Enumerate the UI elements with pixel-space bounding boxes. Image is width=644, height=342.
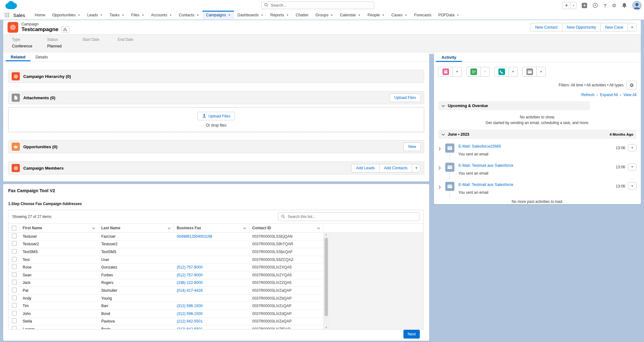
opportunities-section[interactable]: Opportunities (0) New — [8, 140, 424, 153]
chevron-down-icon[interactable]: ▼ — [382, 14, 385, 17]
view-campaign-hierarchy-button[interactable] — [61, 26, 69, 33]
table-row[interactable]: Pat Stumuller (014) 427-4428 0037R00003L… — [8, 287, 323, 295]
log-a-call-button[interactable] — [494, 67, 509, 77]
column-header-first-name[interactable]: First Name — [20, 224, 98, 232]
record-action-button[interactable]: New Case — [600, 23, 628, 31]
campaign-members-dropdown-button[interactable]: ▼ — [412, 164, 421, 172]
row-checkbox[interactable] — [12, 241, 17, 246]
record-tab[interactable]: Related — [6, 52, 31, 61]
notifications-bell-icon[interactable] — [622, 3, 627, 8]
table-row[interactable]: John Bond (312) 596-1500 0037R00003LiVZd… — [8, 310, 323, 318]
table-row[interactable]: Test User 0037R00003LS9ZCQAZ — [8, 256, 323, 264]
chevron-down-icon[interactable]: ▼ — [228, 14, 230, 17]
expand-chevron-icon[interactable] — [438, 146, 443, 152]
chevron-down-icon[interactable]: ▼ — [405, 14, 407, 17]
list-search-input[interactable] — [287, 214, 416, 219]
cell-business-fax[interactable]: (312) 596-1500 — [174, 304, 249, 308]
chevron-down-icon[interactable]: ▼ — [122, 14, 124, 17]
cell-business-fax[interactable]: (512) 757-9000 — [174, 273, 249, 277]
row-checkbox[interactable] — [12, 303, 17, 308]
app-launcher-icon[interactable] — [4, 11, 9, 19]
table-row[interactable]: Rose Gonzalez (512) 757-9000 0037R00003L… — [8, 263, 323, 271]
favorites-dropdown-icon[interactable]: ▼ — [571, 4, 576, 7]
chevron-down-icon[interactable]: ▼ — [358, 14, 361, 17]
guidance-center-icon[interactable] — [592, 3, 598, 8]
campaign-members-section[interactable]: Campaign Members Add Leads Add Contacts … — [8, 161, 424, 175]
chevron-down-icon[interactable] — [441, 132, 445, 137]
row-checkbox[interactable] — [12, 272, 17, 277]
more-actions-dropdown-button[interactable]: ▼ — [628, 23, 636, 31]
new-event-button[interactable] — [438, 67, 453, 77]
nav-tab[interactable]: Accounts ▼ — [147, 11, 175, 19]
table-row[interactable]: Tim Barr (312) 596-1500 0037R00003LiVZcQ… — [8, 302, 323, 310]
global-actions-plus-icon[interactable]: + — [582, 3, 587, 8]
user-avatar[interactable] — [632, 1, 641, 10]
chevron-down-icon[interactable]: ▼ — [197, 14, 199, 17]
table-row[interactable]: Stella Pavlova (212) 842-5501 0037R00003… — [8, 318, 323, 326]
upload-files-button[interactable]: Upload Files — [390, 94, 421, 102]
column-header-last-name[interactable]: Last Name — [98, 224, 174, 232]
chevron-down-icon[interactable] — [92, 226, 95, 230]
nav-tab[interactable]: Leads ▼ — [84, 11, 106, 19]
new-task-button[interactable] — [466, 67, 481, 77]
add-leads-button[interactable]: Add Leads — [351, 164, 380, 172]
upcoming-overdue-section[interactable]: Upcoming & Overdue — [438, 101, 590, 110]
nav-tab[interactable]: People ▼ — [364, 11, 388, 19]
nav-tab[interactable]: Cases ▼ — [388, 11, 411, 19]
record-action-button[interactable]: New Opportunity — [562, 23, 601, 31]
row-checkbox[interactable] — [12, 318, 17, 323]
scroll-up-arrow[interactable]: ▲ — [324, 233, 329, 236]
tab-activity[interactable]: Activity — [436, 52, 462, 62]
row-checkbox[interactable] — [12, 249, 17, 254]
next-button[interactable]: Next — [403, 330, 420, 339]
row-checkbox[interactable] — [12, 234, 17, 238]
dropzone-upload-files-button[interactable]: Upload Files — [197, 112, 235, 120]
chevron-down-icon[interactable]: ▼ — [286, 14, 289, 17]
chevron-down-icon[interactable]: ▼ — [169, 14, 172, 17]
setup-gear-icon[interactable]: ⚙ — [612, 3, 616, 8]
nav-tab[interactable]: Forecasts ▼ — [411, 11, 435, 19]
task-dropdown-button[interactable]: ▼ — [480, 67, 490, 77]
nav-tab[interactable]: Opportunities ▼ — [49, 11, 84, 19]
app-name[interactable]: Sales — [13, 11, 25, 19]
record-action-button[interactable]: New Contact — [530, 23, 563, 31]
table-row[interactable]: TestSMS TestSMS 0037R00003LSSbcQAF — [8, 248, 323, 256]
cell-business-fax[interactable]: (312) 596-1500 — [174, 312, 249, 316]
row-checkbox[interactable] — [12, 257, 17, 262]
scrollbar-thumb[interactable] — [325, 238, 328, 316]
activity-actions-dropdown-button[interactable]: ▼ — [628, 182, 636, 190]
row-checkbox[interactable] — [12, 264, 17, 269]
row-checkbox[interactable] — [12, 288, 17, 292]
activity-title-link[interactable]: E-Mail: Testmail aus Salesforce — [458, 182, 616, 187]
event-dropdown-button[interactable]: ▼ — [452, 67, 462, 77]
call-dropdown-button[interactable]: ▼ — [508, 67, 518, 77]
chevron-down-icon[interactable]: ▼ — [142, 14, 144, 17]
nav-tab[interactable]: Reports ▼ — [267, 11, 292, 19]
table-row[interactable]: Sean Forbes (512) 757-9000 0037R00003LiV… — [8, 271, 323, 279]
activity-title-link[interactable]: E-Mail: Testmail aus Salesforce — [458, 163, 616, 168]
row-checkbox[interactable] — [12, 326, 17, 329]
nav-tab[interactable]: Contacts ▼ — [175, 11, 203, 19]
select-all-checkbox[interactable] — [12, 226, 16, 231]
nav-tab[interactable]: Campaigns ▼ — [203, 11, 234, 19]
chevron-down-icon[interactable] — [317, 226, 320, 230]
cell-business-fax[interactable]: (336) 222-8000 — [174, 280, 249, 285]
view-all-link[interactable]: View All — [623, 93, 636, 97]
expand-chevron-icon[interactable] — [438, 166, 443, 171]
table-row[interactable]: Andy Young 0037R00003LiVZbQAP — [8, 295, 323, 302]
scroll-down-arrow[interactable]: ▼ — [324, 326, 329, 328]
activity-title-link[interactable]: E-Mail: Salesforce2SMS — [458, 144, 616, 149]
cell-business-fax[interactable]: (014) 427-4428 — [174, 288, 249, 293]
chevron-down-icon[interactable] — [168, 226, 171, 230]
nav-tab[interactable]: Tasks ▼ — [106, 11, 128, 19]
nav-tab[interactable]: Calendar ▼ — [336, 11, 364, 19]
nav-tab[interactable]: PDFData ▼ — [435, 11, 463, 19]
new-opportunity-button[interactable]: New — [403, 143, 421, 151]
nav-tab[interactable]: Groups ▼ — [312, 11, 336, 19]
table-row[interactable]: Lauren Boyle (212) 842-5501 0037R00003Li… — [8, 325, 323, 329]
table-row[interactable]: Jack Rogers (336) 222-8000 0037R00003LiV… — [8, 279, 323, 287]
chevron-down-icon[interactable]: ▼ — [330, 14, 333, 17]
help-icon[interactable]: ? — [603, 3, 606, 8]
favorites-star-icon[interactable]: ★ — [562, 2, 571, 9]
activity-filters-text[interactable]: Filters: All time • All activities • All… — [559, 83, 624, 87]
